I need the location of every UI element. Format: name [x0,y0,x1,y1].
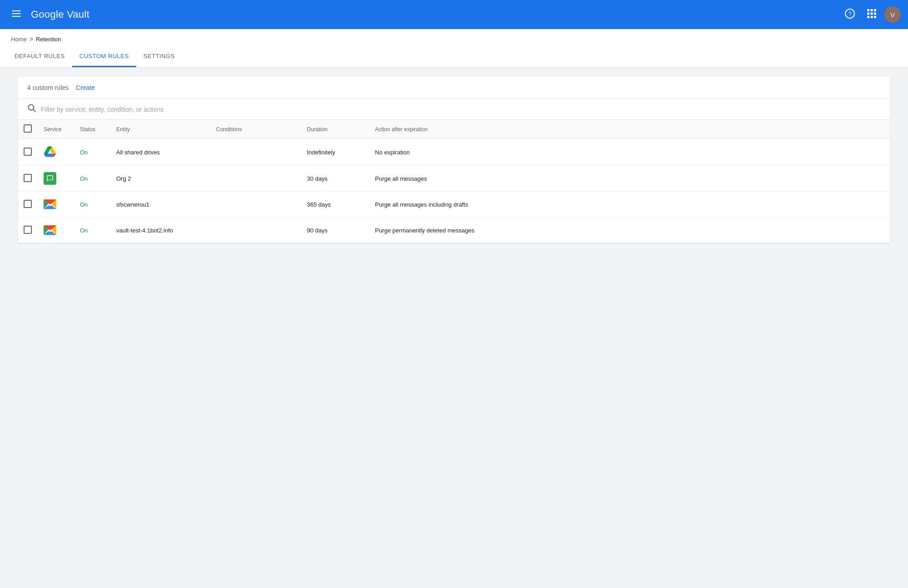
svg-rect-10 [874,12,876,15]
row-service-cell-1 [38,139,74,166]
row-checkbox-cell-3 [18,192,38,217]
row-action-cell-3: Purge all messages including drafts [370,192,890,217]
breadcrumb-separator: > [30,35,33,43]
rules-count-label: 4 custom rules [27,84,69,91]
breadcrumb: Home > Retention [0,29,908,46]
header-entity: Entity [111,120,211,139]
row-entity-cell-1: All shared drives [111,139,211,166]
row-action-cell-4: Purge permanently deleted messages [370,217,890,243]
row-entity-cell-3: sfscwnerou1 [111,192,211,217]
svg-rect-0 [12,10,21,11]
gmail-service-icon-1 [44,198,56,211]
nav-right: ? V [841,5,901,24]
header-area: Home > Retention DEFAULT RULES CUSTOM RU… [0,29,908,68]
help-button[interactable]: ? [841,5,859,24]
row-duration-cell-1: Indefinitely [301,139,370,166]
gmail-service-icon-2 [44,224,56,237]
row-checkbox-2[interactable] [24,174,32,182]
header-action: Action after expiration [370,120,890,139]
nav-left: Google Vault [7,5,89,24]
top-navigation: Google Vault ? [0,0,908,29]
svg-text:?: ? [848,10,851,17]
svg-rect-6 [871,9,873,11]
row-conditions-cell-2 [211,166,301,192]
svg-rect-9 [871,12,873,15]
table-row[interactable]: On All shared drives Indefinitely No exp… [18,139,890,166]
rules-card: 4 custom rules Create Service [18,77,890,243]
app-title: Google Vault [31,9,89,20]
row-status-cell-4: On [74,217,111,243]
svg-line-15 [34,110,36,112]
drive-service-icon [44,145,56,158]
search-bar [18,99,890,120]
row-checkbox-cell-1 [18,139,38,166]
table-row[interactable]: On vault-test-4.1bot2.info 90 days Purge… [18,217,890,243]
header-checkbox-cell [18,120,38,139]
row-status-cell-3: On [74,192,111,217]
breadcrumb-current: Retention [36,36,61,43]
table-header-row: Service Status Entity Conditions Duratio… [18,120,890,139]
row-conditions-cell-4 [211,217,301,243]
row-service-cell-3 [38,192,74,217]
svg-point-14 [29,105,34,110]
tab-default-rules[interactable]: DEFAULT RULES [7,46,72,67]
row-service-cell-4 [38,217,74,243]
tabs-container: DEFAULT RULES CUSTOM RULES SETTINGS [0,46,908,68]
hamburger-menu-button[interactable] [7,5,25,24]
svg-rect-11 [867,16,869,18]
status-on-badge-2: On [80,175,88,182]
status-on-badge-4: On [80,227,88,234]
avatar-label: V [890,11,895,19]
row-conditions-cell-1 [211,139,301,166]
svg-rect-1 [12,13,21,14]
hamburger-icon [12,9,21,20]
row-checkbox-1[interactable] [24,148,32,156]
apps-button[interactable] [863,5,881,24]
row-checkbox-cell-2 [18,166,38,192]
header-duration: Duration [301,120,370,139]
row-status-cell-1: On [74,139,111,166]
row-action-cell-2: Purge all messages [370,166,890,192]
search-input[interactable] [41,106,881,113]
row-checkbox-4[interactable] [24,226,32,234]
row-duration-cell-2: 30 days [301,166,370,192]
apps-grid-icon [867,9,876,20]
row-status-cell-2: On [74,166,111,192]
svg-rect-12 [871,16,873,18]
row-conditions-cell-3 [211,192,301,217]
table-row[interactable]: On Org 2 30 days Purge all messages [18,166,890,192]
create-link[interactable]: Create [76,84,95,91]
status-on-badge-1: On [80,149,88,156]
row-entity-cell-4: vault-test-4.1bot2.info [111,217,211,243]
row-duration-cell-3: 365 days [301,192,370,217]
breadcrumb-home-link[interactable]: Home [11,36,27,43]
row-duration-cell-4: 90 days [301,217,370,243]
rules-table: Service Status Entity Conditions Duratio… [18,120,890,243]
select-all-checkbox[interactable] [24,124,32,133]
table-row[interactable]: On sfscwnerou1 365 days Purge all messag… [18,192,890,217]
chat-service-icon [44,172,56,185]
tab-settings[interactable]: SETTINGS [136,46,182,67]
row-service-cell-2 [38,166,74,192]
svg-rect-5 [867,9,869,11]
user-avatar-button[interactable]: V [884,6,901,23]
header-conditions: Conditions [211,120,301,139]
svg-rect-2 [12,16,21,17]
row-checkbox-3[interactable] [24,200,32,208]
row-action-cell-1: No expiration [370,139,890,166]
svg-rect-8 [867,12,869,15]
card-header: 4 custom rules Create [18,77,890,99]
header-status: Status [74,120,111,139]
svg-rect-7 [874,9,876,11]
search-icon [27,104,36,115]
row-entity-cell-2: Org 2 [111,166,211,192]
svg-rect-13 [874,16,876,18]
help-icon: ? [845,9,855,21]
tab-custom-rules[interactable]: CUSTOM RULES [72,46,136,67]
header-service: Service [38,120,74,139]
row-checkbox-cell-4 [18,217,38,243]
main-container: 4 custom rules Create Service [0,68,908,476]
status-on-badge-3: On [80,201,88,208]
